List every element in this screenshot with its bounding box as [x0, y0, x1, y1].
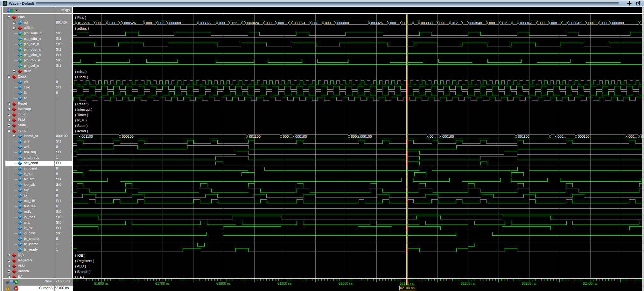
svg-text:000100: 000100	[442, 135, 454, 139]
svg-text:100...: 100...	[109, 21, 118, 25]
svg-text:( Clock ): ( Clock )	[75, 75, 88, 79]
svg-text:003042: 003042	[570, 21, 581, 25]
svg-text:000...: 000...	[489, 21, 498, 25]
svg-text:003024: 003024	[247, 21, 259, 25]
svg-text:( PLM ): ( PLM )	[75, 119, 87, 122]
svg-text:003042: 003042	[520, 21, 532, 25]
svg-text:000...: 000...	[390, 21, 399, 25]
svg-text:00...: 00...	[430, 135, 436, 139]
svg-text:000000: 000000	[169, 21, 181, 25]
svg-text:000...: 000...	[146, 21, 155, 25]
svg-text:( IOB ): ( IOB )	[75, 254, 85, 258]
svg-text:( Interrupt ): ( Interrupt )	[75, 108, 92, 112]
svg-text:000...: 000...	[219, 21, 228, 25]
svg-text:003040: 003040	[470, 21, 482, 25]
svg-text:( Pins ): ( Pins )	[75, 16, 86, 20]
svg-text:000...: 000...	[278, 21, 287, 25]
svg-text:000000: 000000	[337, 21, 349, 25]
svg-text:001100: 001100	[518, 135, 529, 139]
svg-text:( misc ): ( misc )	[75, 70, 87, 74]
svg-text:000100: 000100	[578, 135, 590, 139]
svg-text:000...: 000...	[557, 135, 566, 139]
svg-text:000...: 000...	[588, 21, 597, 25]
svg-text:( ircmd ): ( ircmd )	[75, 129, 88, 133]
svg-text:003024: 003024	[294, 21, 305, 25]
svg-text:003022: 003022	[200, 21, 212, 25]
svg-text:000000: 000000	[612, 21, 624, 25]
svg-text:( ALU ): ( ALU )	[75, 265, 86, 268]
svg-text:000...: 000...	[539, 21, 548, 25]
svg-text:000100: 000100	[122, 135, 134, 139]
svg-text:112...: 112...	[501, 21, 510, 25]
svg-text:( Registers ): ( Registers )	[75, 259, 94, 263]
svg-text:( Branch ): ( Branch )	[75, 270, 90, 274]
svg-text:001100: 001100	[81, 135, 93, 139]
svg-text:000...: 000...	[601, 21, 610, 25]
svg-text:000100: 000100	[360, 135, 372, 139]
svg-text:000...: 000...	[312, 21, 321, 25]
svg-text:000...: 000...	[628, 135, 637, 139]
svg-text:003...: 003...	[158, 21, 167, 25]
svg-text:000...: 000...	[351, 135, 360, 139]
svg-text:000...: 000...	[266, 21, 275, 25]
svg-text:122...: 122...	[231, 21, 240, 25]
svg-text:( Timer ): ( Timer )	[75, 113, 88, 117]
svg-text:003030: 003030	[421, 21, 433, 25]
svg-text:000526: 000526	[124, 21, 136, 25]
svg-text:000...: 000...	[325, 21, 334, 25]
svg-text:000100: 000100	[641, 135, 642, 139]
svg-text:000...: 000...	[551, 21, 560, 25]
svg-text:017274: 017274	[78, 21, 90, 25]
svg-text:( Reset ): ( Reset )	[75, 102, 88, 106]
svg-text:000...: 000...	[96, 21, 105, 25]
svg-text:( State ): ( State )	[75, 124, 88, 128]
svg-text:000...: 000...	[439, 21, 448, 25]
svg-text:( adbus ): ( adbus )	[75, 27, 89, 31]
svg-text:001100: 001100	[249, 135, 261, 139]
svg-text:012...: 012...	[452, 21, 461, 25]
svg-text:003026: 003026	[371, 21, 383, 25]
svg-text:000100: 000100	[295, 135, 307, 139]
svg-text:000...: 000...	[283, 135, 292, 139]
